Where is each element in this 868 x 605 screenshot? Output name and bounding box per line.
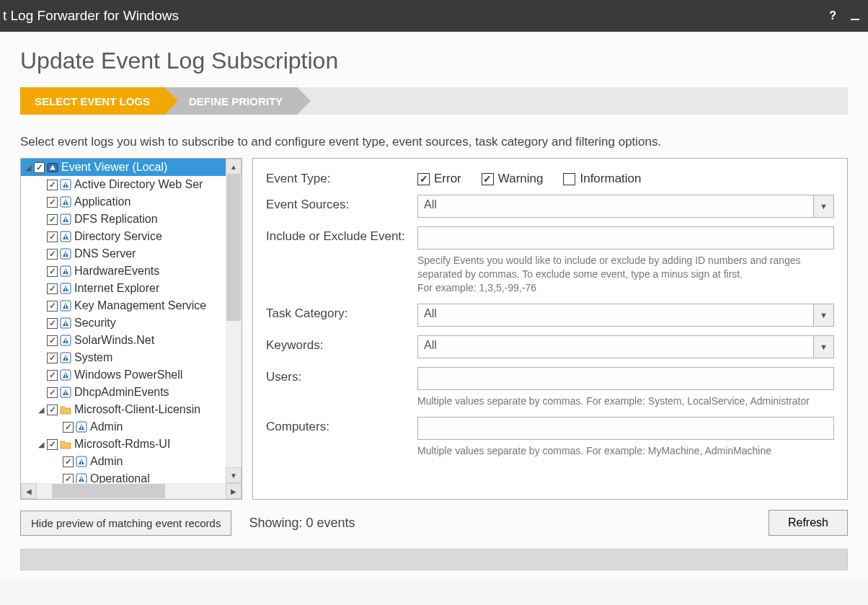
tree-checkbox[interactable]: ✓ bbox=[47, 214, 58, 225]
tree-item-label: Windows PowerShell bbox=[74, 368, 182, 381]
tree-item[interactable]: ✓System bbox=[21, 349, 226, 366]
tree-horizontal-scrollbar[interactable]: ◀ ▶ bbox=[21, 483, 242, 499]
svg-point-45 bbox=[81, 463, 82, 464]
combo-task-category[interactable]: All ▼ bbox=[417, 304, 834, 327]
svg-point-12 bbox=[65, 238, 66, 239]
event-log-tree[interactable]: ◢✓Event Viewer (Local)✓Active Directory … bbox=[20, 158, 242, 500]
label-users: Users: bbox=[266, 367, 417, 384]
tree-item[interactable]: ✓Security bbox=[21, 314, 226, 332]
tree-checkbox[interactable]: ✓ bbox=[47, 353, 58, 363]
svg-point-27 bbox=[65, 324, 66, 326]
tree-item[interactable]: ✓Key Management Service bbox=[21, 297, 226, 314]
scroll-thumb[interactable] bbox=[226, 175, 241, 321]
tree-checkbox[interactable]: ✓ bbox=[47, 180, 58, 190]
tree-item-label: Directory Service bbox=[74, 230, 162, 243]
tree-item[interactable]: ✓DhcpAdminEvents bbox=[21, 384, 226, 401]
tree-checkbox[interactable]: ✓ bbox=[34, 162, 45, 173]
tree-item[interactable]: ✓Directory Service bbox=[21, 228, 226, 245]
tree-item-label: DhcpAdminEvents bbox=[74, 386, 169, 399]
hint-include-exclude: Specify Events you would like to include… bbox=[417, 254, 834, 295]
checkbox-warning[interactable]: ✓Warning bbox=[482, 172, 544, 186]
svg-rect-11 bbox=[65, 235, 66, 238]
tree-item-label: Microsoft-Rdms-UI bbox=[74, 438, 170, 451]
svg-point-36 bbox=[65, 376, 66, 378]
step-define-priority[interactable]: DEFINE PRIORITY bbox=[164, 87, 297, 115]
tree-item[interactable]: ✓Internet Explorer bbox=[21, 280, 226, 297]
checkbox-error[interactable]: ✓Error bbox=[417, 172, 461, 186]
input-users[interactable] bbox=[417, 367, 834, 390]
svg-point-39 bbox=[65, 394, 66, 395]
svg-point-33 bbox=[65, 359, 66, 361]
tree-item-root[interactable]: ◢✓Event Viewer (Local) bbox=[21, 159, 226, 176]
minimize-icon[interactable] bbox=[851, 19, 859, 20]
tree-vertical-scrollbar[interactable]: ▲ ▼ bbox=[226, 159, 242, 483]
tree-item[interactable]: ✓Operational bbox=[21, 470, 226, 483]
log-icon bbox=[60, 300, 71, 312]
tree-item-label: HardwareEvents bbox=[74, 265, 159, 278]
tree-item[interactable]: ✓Admin bbox=[21, 418, 226, 436]
tree-checkbox[interactable]: ✓ bbox=[47, 405, 58, 415]
expander-icon[interactable]: ◢ bbox=[35, 440, 47, 449]
expander-icon[interactable]: ◢ bbox=[22, 163, 34, 172]
log-icon bbox=[60, 352, 71, 363]
tree-item[interactable]: ◢✓Microsoft-Client-Licensin bbox=[21, 401, 226, 418]
tree-checkbox[interactable]: ✓ bbox=[47, 387, 58, 398]
tree-item[interactable]: ◢✓Microsoft-Rdms-UI bbox=[21, 436, 226, 453]
scroll-thumb-h[interactable] bbox=[52, 484, 165, 498]
tree-checkbox[interactable]: ✓ bbox=[47, 231, 58, 242]
tree-item[interactable]: ✓DNS Server bbox=[21, 245, 226, 262]
tree-item[interactable]: ✓Application bbox=[21, 193, 226, 211]
hide-preview-button[interactable]: Hide preview of matching event records bbox=[20, 511, 231, 536]
tree-item[interactable]: ✓Active Directory Web Ser bbox=[21, 176, 226, 193]
scroll-down-icon[interactable]: ▼ bbox=[226, 467, 242, 483]
svg-point-21 bbox=[65, 290, 66, 291]
scroll-up-icon[interactable]: ▲ bbox=[226, 159, 242, 175]
refresh-button[interactable]: Refresh bbox=[769, 510, 848, 536]
input-computers[interactable] bbox=[417, 417, 834, 440]
svg-point-3 bbox=[65, 186, 66, 187]
tree-checkbox[interactable]: ✓ bbox=[47, 318, 58, 329]
page-title: Update Event Log Subscription bbox=[20, 48, 848, 74]
log-icon bbox=[60, 335, 71, 346]
combo-event-sources[interactable]: All ▼ bbox=[417, 195, 834, 218]
window-titlebar: t Log Forwarder for Windows ? bbox=[0, 0, 868, 32]
window-title: t Log Forwarder for Windows bbox=[0, 8, 179, 24]
tree-checkbox[interactable]: ✓ bbox=[47, 283, 58, 294]
tree-item[interactable]: ✓HardwareEvents bbox=[21, 262, 226, 280]
tree-item[interactable]: ✓DFS Replication bbox=[21, 211, 226, 228]
checkbox-information[interactable]: Information bbox=[563, 172, 641, 186]
chevron-down-icon[interactable]: ▼ bbox=[813, 195, 833, 217]
log-icon bbox=[60, 283, 71, 294]
tree-item-label: DFS Replication bbox=[74, 213, 158, 226]
log-icon bbox=[60, 213, 71, 225]
chevron-down-icon[interactable]: ▼ bbox=[813, 304, 833, 326]
tree-item-label: Application bbox=[74, 195, 130, 208]
tree-checkbox[interactable]: ✓ bbox=[47, 266, 58, 277]
tree-item[interactable]: ✓Admin bbox=[21, 453, 226, 470]
tree-checkbox[interactable]: ✓ bbox=[47, 335, 58, 346]
svg-rect-29 bbox=[65, 339, 66, 342]
tree-checkbox[interactable]: ✓ bbox=[47, 197, 58, 208]
scroll-left-icon[interactable]: ◀ bbox=[21, 483, 37, 499]
label-include-exclude: Include or Exclude Event: bbox=[266, 226, 417, 244]
log-icon bbox=[76, 421, 87, 433]
tree-checkbox[interactable]: ✓ bbox=[63, 474, 74, 484]
tree-checkbox[interactable]: ✓ bbox=[47, 249, 58, 260]
hint-computers: Multiple values separate by commas. For … bbox=[417, 444, 834, 458]
expander-icon[interactable]: ◢ bbox=[35, 405, 47, 415]
tree-item[interactable]: ✓Windows PowerShell bbox=[21, 366, 226, 384]
tree-checkbox[interactable]: ✓ bbox=[47, 301, 58, 312]
step-select-event-logs[interactable]: SELECT EVENT LOGS bbox=[20, 87, 164, 115]
tree-item[interactable]: ✓SolarWinds.Net bbox=[21, 332, 226, 349]
tree-checkbox[interactable]: ✓ bbox=[47, 370, 58, 381]
tree-checkbox[interactable]: ✓ bbox=[63, 422, 74, 433]
svg-rect-44 bbox=[81, 460, 81, 463]
chevron-down-icon[interactable]: ▼ bbox=[813, 336, 833, 358]
tree-checkbox[interactable]: ✓ bbox=[47, 439, 58, 450]
svg-point-18 bbox=[65, 273, 66, 274]
tree-checkbox[interactable]: ✓ bbox=[63, 456, 74, 467]
scroll-right-icon[interactable]: ▶ bbox=[226, 483, 242, 499]
input-include-exclude[interactable] bbox=[417, 226, 834, 249]
combo-keywords[interactable]: All ▼ bbox=[417, 335, 834, 358]
help-icon[interactable]: ? bbox=[829, 9, 836, 22]
